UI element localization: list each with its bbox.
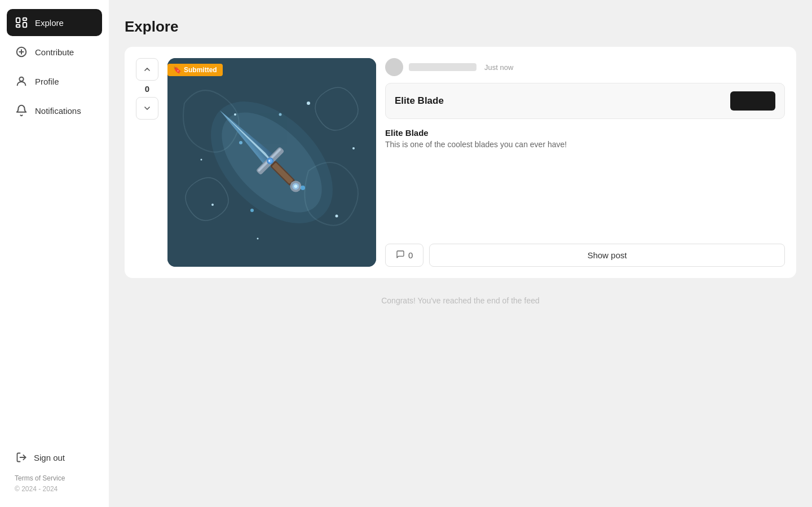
copyright-text: © 2024 - 2024 (15, 485, 58, 493)
sidebar-item-notifications[interactable]: Notifications (7, 97, 102, 124)
end-of-feed: Congrats! You've reached the end of the … (125, 287, 796, 310)
post-body-description: This is one of the coolest blades you ca… (385, 140, 785, 149)
svg-point-32 (301, 186, 305, 190)
post-image (167, 58, 376, 267)
sidebar-item-profile-label: Profile (35, 77, 59, 86)
vote-column: 0 (136, 58, 158, 267)
post-title-row: Elite Blade (385, 83, 785, 119)
username-skeleton (409, 63, 476, 71)
sidebar-item-contribute-label: Contribute (35, 47, 74, 57)
svg-rect-2 (16, 25, 20, 28)
sign-out-label: Sign out (34, 453, 65, 462)
comment-icon (396, 250, 405, 261)
main-content: Explore 0 🔖 Submitted (109, 0, 812, 507)
avatar (385, 58, 403, 76)
sign-out-button[interactable]: Sign out (7, 445, 102, 470)
submitted-icon: 🔖 (173, 66, 182, 74)
svg-rect-1 (23, 18, 27, 21)
feed-card: 0 🔖 Submitted (125, 47, 796, 278)
post-header: Just now (385, 58, 785, 76)
svg-point-24 (234, 113, 236, 116)
downvote-button[interactable] (136, 97, 158, 120)
post-title: Elite Blade (395, 95, 444, 107)
submitted-badge: 🔖 Submitted (167, 64, 223, 76)
notifications-icon (15, 104, 28, 117)
svg-point-28 (257, 238, 259, 240)
submitted-label: Submitted (184, 66, 217, 74)
sidebar-item-notifications-label: Notifications (35, 106, 81, 116)
post-actions: 0 Show post (385, 244, 785, 267)
post-content: Just now Elite Blade Elite Blade This is… (385, 58, 785, 267)
contribute-icon (15, 45, 28, 59)
svg-point-31 (239, 141, 242, 144)
post-body: Elite Blade This is one of the coolest b… (385, 126, 785, 151)
svg-point-26 (211, 204, 214, 206)
svg-rect-3 (23, 23, 27, 27)
comment-button[interactable]: 0 (385, 244, 423, 267)
vote-count: 0 (145, 84, 149, 94)
post-image-wrap: 🔖 Submitted (167, 58, 376, 267)
profile-icon (15, 74, 28, 88)
sidebar: Explore Contribute Profile (0, 0, 109, 507)
svg-point-27 (336, 215, 338, 218)
post-color-swatch (730, 91, 775, 111)
post-timestamp: Just now (484, 63, 513, 72)
post-body-title: Elite Blade (385, 128, 785, 138)
explore-icon (15, 16, 28, 29)
page-title: Explore (125, 18, 796, 36)
svg-rect-0 (16, 18, 20, 23)
sidebar-nav: Explore Contribute Profile (7, 9, 102, 445)
svg-point-30 (201, 159, 202, 161)
sword-svg (167, 58, 376, 267)
terms-of-service-link[interactable]: Terms of Service (15, 474, 94, 482)
svg-point-29 (352, 147, 355, 149)
sidebar-item-contribute[interactable]: Contribute (7, 38, 102, 65)
upvote-button[interactable] (136, 58, 158, 81)
svg-point-7 (19, 77, 23, 81)
sidebar-bottom: Sign out Terms of Service © 2024 - 2024 (7, 445, 102, 498)
svg-point-34 (250, 209, 254, 212)
sidebar-item-profile[interactable]: Profile (7, 68, 102, 95)
sidebar-item-explore-label: Explore (35, 18, 64, 28)
svg-point-25 (307, 102, 310, 105)
comment-count: 0 (408, 250, 413, 260)
footer-links: Terms of Service © 2024 - 2024 (7, 470, 102, 493)
show-post-button[interactable]: Show post (429, 244, 785, 267)
sidebar-item-explore[interactable]: Explore (7, 9, 102, 36)
sign-out-icon (15, 451, 28, 464)
svg-point-33 (279, 113, 282, 116)
